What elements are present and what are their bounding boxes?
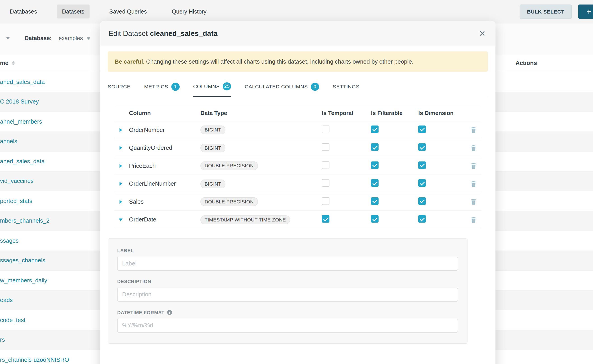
- tab-label: CALCULATED COLUMNS: [245, 84, 308, 90]
- delete-column-button[interactable]: [470, 198, 477, 206]
- dataset-link[interactable]: aned_sales_data: [0, 158, 45, 165]
- warning-text: Changing these settings will affect all …: [146, 58, 413, 65]
- is-filterable-checkbox[interactable]: [371, 179, 379, 187]
- expand-caret-icon[interactable]: [119, 145, 123, 150]
- delete-column-button[interactable]: [470, 216, 477, 224]
- dataset-link[interactable]: ported_stats: [0, 198, 32, 204]
- nav-item-saved-queries[interactable]: Saved Queries: [104, 5, 152, 19]
- column-row: OrderNumber BIGINT: [114, 121, 481, 139]
- column-detail-editor: LABEL DESCRIPTION DATETIME FORMATi: [108, 238, 468, 344]
- is-dimension-checkbox[interactable]: [418, 125, 426, 133]
- dataset-link[interactable]: C 2018 Survey: [0, 98, 39, 105]
- data-type-pill: TIMESTAMP WITHOUT TIME ZONE: [200, 215, 290, 224]
- edit-dataset-modal: Edit Datasetcleaned_sales_data ✕ Be care…: [100, 21, 495, 364]
- dataset-link[interactable]: w_members_daily: [0, 277, 47, 284]
- column-row: OrderDate TIMESTAMP WITHOUT TIME ZONE: [114, 211, 481, 229]
- data-type-pill: BIGINT: [200, 180, 225, 188]
- warning-banner: Be careful.Changing these settings will …: [108, 52, 488, 72]
- delete-column-button[interactable]: [470, 126, 477, 134]
- label-input[interactable]: [117, 256, 458, 270]
- modal-title-dataset-name: cleaned_sales_data: [150, 29, 217, 37]
- dataset-link[interactable]: ssages: [0, 237, 19, 244]
- actions-column-header: Actions: [515, 60, 537, 66]
- dataset-link[interactable]: mbers_channels_2: [0, 217, 50, 224]
- database-filter-value: examples: [59, 35, 83, 41]
- is-filterable-checkbox[interactable]: [371, 215, 379, 223]
- expand-caret-icon[interactable]: [119, 163, 123, 169]
- data-type-pill: DOUBLE PRECISION: [200, 162, 258, 170]
- is-dimension-checkbox[interactable]: [418, 162, 426, 169]
- column-row: QuantityOrdered BIGINT: [114, 139, 481, 157]
- dataset-link[interactable]: rs_channels-uzooNNtSRO: [0, 356, 69, 363]
- dataset-link[interactable]: annel_members: [0, 118, 42, 125]
- database-filter-select[interactable]: examples: [59, 35, 91, 41]
- caret-shape: [119, 128, 122, 132]
- dataset-link[interactable]: annels: [0, 138, 17, 145]
- delete-column-button[interactable]: [470, 162, 477, 170]
- modal-body: Be careful.Changing these settings will …: [100, 52, 495, 344]
- expand-caret-icon[interactable]: [118, 218, 123, 222]
- column-name: Sales: [127, 198, 200, 205]
- sort-icon[interactable]: [12, 61, 15, 65]
- is-filterable-checkbox[interactable]: [371, 162, 379, 169]
- is-filterable-checkbox[interactable]: [371, 143, 379, 151]
- nav-item-databases[interactable]: Databases: [5, 5, 42, 19]
- is-temporal-checkbox[interactable]: [322, 143, 329, 151]
- chevron-down-icon[interactable]: [6, 37, 10, 39]
- is-temporal-checkbox[interactable]: [322, 197, 329, 205]
- dataset-link[interactable]: code_test: [0, 317, 26, 323]
- trash-icon: [470, 199, 476, 205]
- is-temporal-checkbox[interactable]: [322, 125, 329, 133]
- tab-calculated-columns[interactable]: CALCULATED COLUMNS0: [245, 78, 319, 97]
- dataset-link[interactable]: eads: [0, 297, 13, 304]
- database-filter-label: Database:: [25, 35, 52, 41]
- column-header: Column: [127, 110, 200, 116]
- caret-shape: [119, 182, 122, 186]
- dataset-link[interactable]: vid_vaccines: [0, 178, 34, 184]
- tab-source[interactable]: SOURCE: [108, 78, 131, 97]
- tab-columns[interactable]: COLUMNS25: [193, 78, 231, 97]
- expand-caret-icon[interactable]: [119, 181, 123, 187]
- label-field-group: LABEL: [117, 248, 458, 271]
- close-icon[interactable]: ✕: [477, 28, 487, 39]
- trash-icon: [470, 127, 476, 133]
- bulk-select-button[interactable]: BULK SELECT: [520, 5, 572, 19]
- is-dimension-checkbox[interactable]: [418, 143, 426, 151]
- is-dimension-checkbox[interactable]: [418, 197, 426, 205]
- tab-settings[interactable]: SETTINGS: [333, 78, 360, 97]
- expand-caret-icon[interactable]: [119, 127, 123, 133]
- dataset-link[interactable]: ssages_channels: [0, 257, 45, 264]
- is-filterable-checkbox[interactable]: [371, 197, 379, 205]
- tab-label: SOURCE: [108, 84, 131, 90]
- is-dimension-checkbox[interactable]: [418, 179, 426, 187]
- is-temporal-checkbox[interactable]: [322, 179, 329, 187]
- metrics-count-badge: 1: [171, 83, 180, 91]
- datetime-format-input[interactable]: [117, 318, 458, 332]
- is-dimension-header: Is Dimension: [416, 110, 465, 116]
- is-filterable-checkbox[interactable]: [371, 125, 379, 133]
- expand-caret-icon[interactable]: [119, 199, 123, 204]
- page-root: Databases Datasets Saved Queries Query H…: [0, 0, 593, 364]
- columns-count-badge: 25: [223, 82, 231, 90]
- column-name: PriceEach: [127, 162, 200, 169]
- description-input[interactable]: [117, 287, 458, 302]
- dataset-link[interactable]: aned_sales_data: [0, 78, 45, 85]
- modal-title: Edit Datasetcleaned_sales_data: [109, 29, 217, 38]
- delete-column-button[interactable]: [470, 180, 477, 188]
- description-field-group: DESCRIPTION: [117, 279, 458, 302]
- is-temporal-checkbox[interactable]: [322, 162, 329, 169]
- data-type-pill: DOUBLE PRECISION: [200, 198, 258, 206]
- trash-icon: [470, 162, 476, 169]
- info-icon[interactable]: i: [167, 310, 172, 315]
- delete-column-button[interactable]: [470, 144, 477, 152]
- caret-shape: [119, 219, 123, 221]
- column-name: OrderDate: [127, 216, 200, 223]
- tab-metrics[interactable]: METRICS1: [144, 78, 180, 97]
- is-dimension-checkbox[interactable]: [418, 215, 426, 223]
- dataset-link[interactable]: rs: [0, 337, 5, 343]
- is-temporal-checkbox[interactable]: [322, 215, 329, 223]
- nav-item-datasets[interactable]: Datasets: [57, 5, 90, 19]
- add-dataset-button[interactable]: +: [578, 5, 593, 19]
- trash-icon: [470, 145, 476, 151]
- nav-item-query-history[interactable]: Query History: [166, 5, 212, 19]
